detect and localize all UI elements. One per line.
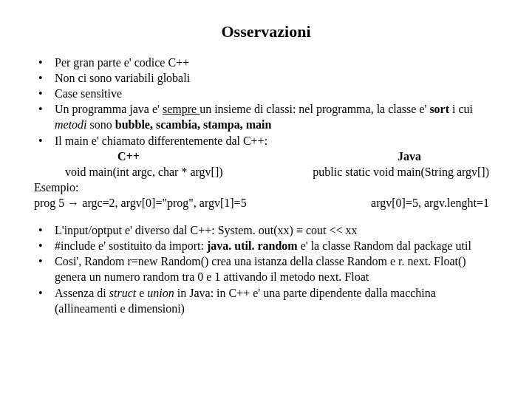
text: Un programma java e' [55, 103, 163, 115]
spacer [34, 211, 498, 222]
lang-header-row: C++ Java [34, 149, 498, 164]
arrow-icon: → [67, 197, 79, 209]
bullet-item: Case sensitive [34, 86, 498, 101]
text-underline: sempre [163, 103, 200, 115]
bullet-item: Assenza di struct e union in Java: in C+… [34, 285, 498, 316]
example-right: argv[0]=5, argv.lenght=1 [371, 195, 489, 211]
text: Assenza di [55, 287, 109, 299]
signature-row: void main(int argc, char * argv[]) publi… [34, 164, 498, 180]
text: sono [87, 118, 115, 131]
text: #include e' sostituito da import: [55, 239, 207, 252]
text: e' la classe Random dal package util [298, 239, 471, 252]
col-header-left: C++ [34, 149, 202, 164]
text: un insieme di classi: nel programma, la … [200, 103, 429, 115]
bullet-item: #include e' sostituito da import: java. … [34, 238, 498, 253]
slide-title: Osservazioni [34, 22, 498, 41]
text-bold: java. util. random [207, 239, 298, 252]
text: prog 5 [34, 197, 67, 209]
bullets-top: Per gran parte e' codice C++ Non ci sono… [34, 55, 498, 149]
text-bold: bubble, scambia, stampa, main [115, 118, 272, 131]
col-header-right: Java [202, 149, 498, 164]
slide: Osservazioni Per gran parte e' codice C+… [0, 0, 532, 399]
cpp-signature: void main(int argc, char * argv[]) [65, 164, 223, 180]
bullet-item: Il main e' chiamato differentemente dal … [34, 133, 498, 149]
bullet-item: Non ci sono variabili globali [34, 70, 498, 86]
text-italic: struct [109, 287, 136, 299]
text: e [136, 287, 147, 299]
example-left: prog 5 → argc=2, argv[0]="prog", argv[1]… [34, 195, 247, 211]
text-italic: metodi [55, 118, 87, 131]
java-signature: public static void main(String argv[]) [313, 164, 489, 180]
bullet-item: L'input/optput e' diverso dal C++: Syste… [34, 222, 498, 238]
text: argc=2, argv[0]="prog", argv[1]=5 [79, 197, 246, 209]
example-label: Esempio: [34, 180, 498, 195]
example-row: prog 5 → argc=2, argv[0]="prog", argv[1]… [34, 195, 498, 211]
bullet-item: Per gran parte e' codice C++ [34, 55, 498, 70]
bullet-item: Cosi', Random r=new Random() crea una is… [34, 253, 498, 284]
text: i cui [449, 103, 473, 115]
bullet-item: Un programma java e' sempre un insieme d… [34, 101, 498, 132]
text-bold: sort [429, 103, 449, 115]
text-italic: union [147, 287, 174, 299]
bullets-bottom: L'input/optput e' diverso dal C++: Syste… [34, 222, 498, 316]
